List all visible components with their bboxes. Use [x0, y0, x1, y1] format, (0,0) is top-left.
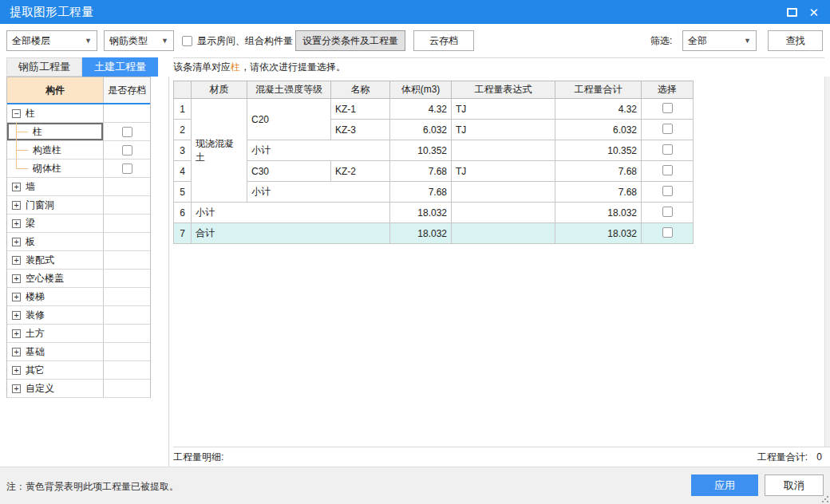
- table-cell: 合计: [192, 223, 390, 244]
- tree-item[interactable]: −柱: [7, 104, 150, 123]
- rebar-type-dropdown[interactable]: 钢筋类型 ▼: [104, 30, 174, 51]
- tree-item-archive-cell: [104, 123, 150, 140]
- table-cell: TJ: [452, 161, 555, 182]
- table-cell: 小计: [247, 182, 390, 203]
- cloud-archive-button[interactable]: 云存档: [413, 30, 474, 51]
- filter-dropdown[interactable]: 全部 ▼: [682, 30, 757, 51]
- tree-item-label: 柱: [26, 107, 35, 120]
- tree-item-component-cell[interactable]: 砌体柱: [7, 159, 104, 177]
- tree-item-component-cell[interactable]: +其它: [7, 361, 104, 379]
- show-rooms-checkbox[interactable]: [182, 36, 192, 46]
- vertical-scrollbar[interactable]: [824, 77, 830, 447]
- col-header-volume: 体积(m3): [390, 81, 452, 99]
- expand-icon[interactable]: +: [12, 348, 21, 356]
- table-cell: KZ-3: [331, 120, 390, 140]
- col-header-name: 名称: [331, 81, 390, 99]
- tree-header: 构件 是否存档: [7, 77, 150, 104]
- expand-icon[interactable]: +: [12, 238, 21, 246]
- tree-body: −柱柱构造柱砌体柱+墙+门窗洞+梁+板+装配式+空心楼盖+楼梯+装修+土方+基础…: [7, 104, 150, 398]
- search-button-label: 查找: [786, 34, 805, 48]
- table-cell: TJ: [452, 120, 555, 140]
- table-cell: KZ-1: [331, 99, 390, 120]
- table-row: 5小计7.687.68: [174, 182, 694, 203]
- tree-item[interactable]: 砌体柱: [7, 159, 150, 178]
- tree-item-component-cell[interactable]: +基础: [7, 343, 104, 360]
- tree-item-component-cell[interactable]: +装配式: [7, 251, 104, 269]
- tab-civil-quantity[interactable]: 土建工程量: [82, 57, 158, 77]
- expand-icon[interactable]: +: [12, 293, 21, 301]
- tree-item[interactable]: +装修: [7, 306, 150, 325]
- archive-checkbox[interactable]: [122, 145, 132, 156]
- expand-icon[interactable]: +: [12, 329, 21, 338]
- tree-item[interactable]: +空心楼盖: [7, 270, 150, 288]
- tree-item-component-cell[interactable]: +装修: [7, 306, 104, 324]
- tree-item[interactable]: +梁: [7, 215, 150, 233]
- tree-item-component-cell[interactable]: +梁: [7, 215, 104, 232]
- col-header-concrete-grade: 混凝土强度等级: [247, 81, 331, 99]
- maximize-icon[interactable]: [787, 8, 797, 17]
- setup-conditions-button[interactable]: 设置分类条件及工程量: [295, 30, 405, 51]
- row-select-checkbox[interactable]: [662, 144, 673, 155]
- table-cell: 4.32: [390, 99, 452, 120]
- tree-item[interactable]: +楼梯: [7, 288, 150, 306]
- tree-item[interactable]: 构造柱: [7, 141, 150, 159]
- tree-item[interactable]: 柱: [7, 123, 150, 141]
- tree-item-component-cell[interactable]: 构造柱: [7, 141, 104, 159]
- table-cell: 18.032: [555, 203, 642, 223]
- row-select-checkbox[interactable]: [662, 103, 673, 113]
- expand-icon[interactable]: +: [12, 366, 21, 375]
- archive-checkbox[interactable]: [122, 127, 132, 137]
- row-select-checkbox[interactable]: [662, 124, 673, 134]
- row-select-checkbox[interactable]: [662, 227, 673, 238]
- expand-icon[interactable]: +: [12, 219, 21, 228]
- tree-item[interactable]: +板: [7, 233, 150, 251]
- col-header-expression: 工程量表达式: [452, 81, 555, 99]
- expand-icon[interactable]: +: [12, 201, 21, 210]
- table-row: 6小计18.03218.032: [174, 203, 694, 223]
- tree-item-archive-cell: [104, 380, 150, 397]
- tree-item[interactable]: +土方: [7, 325, 150, 343]
- tree-item-component-cell[interactable]: +空心楼盖: [7, 270, 104, 287]
- search-button[interactable]: 查找: [768, 30, 823, 51]
- tab-rebar-quantity[interactable]: 钢筋工程量: [6, 57, 82, 77]
- tree-item[interactable]: +墙: [7, 178, 150, 196]
- row-number: 7: [174, 223, 192, 244]
- tree-item[interactable]: +其它: [7, 361, 150, 380]
- tree-item[interactable]: +基础: [7, 343, 150, 361]
- archive-checkbox[interactable]: [122, 163, 132, 174]
- expand-icon[interactable]: +: [12, 183, 21, 191]
- tree-item-component-cell[interactable]: +土方: [7, 325, 104, 342]
- tree-item-component-cell[interactable]: −柱: [7, 104, 104, 122]
- table-cell: 6.032: [390, 120, 452, 140]
- tree-item-component-cell[interactable]: +门窗洞: [7, 196, 104, 214]
- row-select-checkbox[interactable]: [662, 186, 673, 196]
- tree-item-component-cell[interactable]: +板: [7, 233, 104, 250]
- tree-item[interactable]: +门窗洞: [7, 196, 150, 215]
- expand-icon[interactable]: +: [12, 256, 21, 265]
- tree-item-component-cell[interactable]: +墙: [7, 178, 104, 195]
- show-rooms-checkbox-group[interactable]: 显示房间、组合构件量: [182, 30, 293, 51]
- resize-grip-icon[interactable]: [821, 495, 828, 502]
- tree-item[interactable]: +自定义: [7, 380, 150, 398]
- tree-item-component-cell[interactable]: +楼梯: [7, 288, 104, 305]
- collapse-icon[interactable]: −: [12, 109, 21, 118]
- tree-connector-icon: [16, 159, 33, 177]
- expand-icon[interactable]: +: [12, 311, 21, 320]
- expand-icon[interactable]: +: [12, 274, 21, 283]
- cancel-button[interactable]: 取消: [765, 474, 824, 496]
- expand-icon[interactable]: +: [12, 384, 21, 393]
- close-icon[interactable]: ✕: [808, 6, 819, 18]
- table-cell: 10.352: [390, 140, 452, 161]
- apply-button[interactable]: 应用: [691, 474, 758, 496]
- row-select-cell: [642, 140, 694, 161]
- tree-item[interactable]: +装配式: [7, 251, 150, 270]
- row-select-cell: [642, 161, 694, 182]
- row-select-checkbox[interactable]: [662, 165, 673, 175]
- tab-label: 土建工程量: [94, 60, 146, 74]
- tree-item-component-cell[interactable]: +自定义: [7, 380, 104, 397]
- row-select-checkbox[interactable]: [662, 207, 673, 217]
- floor-dropdown[interactable]: 全部楼层 ▼: [6, 30, 97, 51]
- quantity-table: 材质 混凝土强度等级 名称 体积(m3) 工程量表达式 工程量合计 选择 1现浇…: [173, 81, 694, 244]
- row-select-cell: [642, 203, 694, 223]
- tree-item-component-cell[interactable]: 柱: [7, 123, 104, 140]
